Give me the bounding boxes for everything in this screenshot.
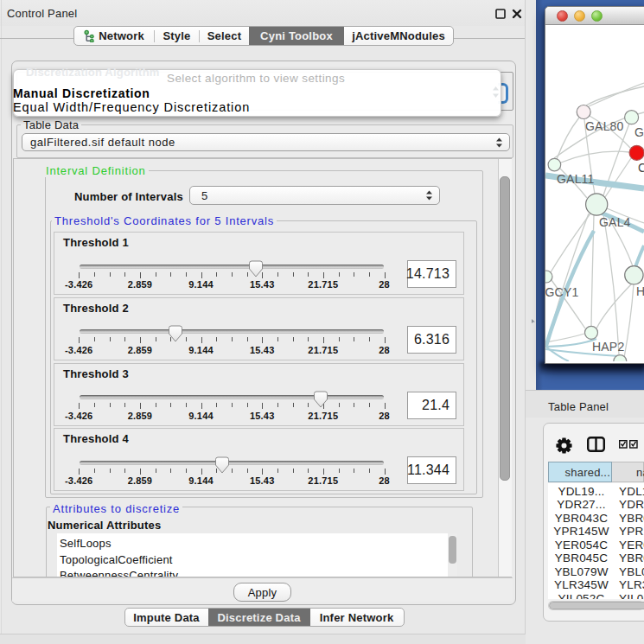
svg-text:HAP2: HAP2 [592, 340, 624, 354]
svg-text:GAL4: GAL4 [599, 215, 631, 229]
svg-text:C: C [638, 161, 644, 175]
svg-text:GAL11: GAL11 [557, 172, 595, 186]
svg-text:GA: GA [634, 125, 644, 139]
svg-text:H: H [636, 284, 644, 298]
svg-text:GCY1: GCY1 [545, 285, 578, 299]
svg-text:GAL80: GAL80 [585, 119, 624, 133]
